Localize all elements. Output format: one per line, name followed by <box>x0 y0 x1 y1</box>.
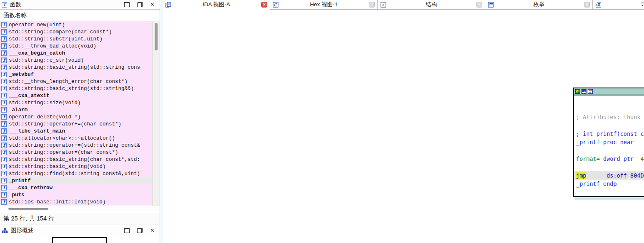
code-line[interactable] <box>574 163 644 171</box>
tab-close-icon[interactable]: ✕ <box>369 2 375 8</box>
tab-close-icon[interactable]: ✕ <box>584 2 590 8</box>
function-list-item[interactable]: foperator new(uint) <box>0 21 152 28</box>
function-icon: f <box>1 72 7 77</box>
function-list-item[interactable]: f___libc_start_main <box>0 128 152 135</box>
function-name: ___libc_start_main <box>9 128 65 134</box>
code-token: format= <box>576 155 600 162</box>
code-token <box>586 172 606 179</box>
close-icon[interactable]: ✕ <box>150 2 155 7</box>
code-token: dword ptr <box>603 155 634 162</box>
functions-dock-column: f 函数 ✕ 函数名称 foperator new(uint)fstd::str… <box>0 0 160 243</box>
graph-overview-canvas[interactable] <box>0 236 160 243</box>
float-window-icon[interactable] <box>137 2 143 7</box>
code-token: jmp <box>576 172 586 179</box>
function-list-item[interactable]: f___cxa_begin_catch <box>0 50 152 57</box>
ida-view-icon <box>165 2 171 8</box>
function-list-item[interactable]: f_puts <box>0 191 152 198</box>
function-list-item[interactable]: f___cxa_rethrow <box>0 184 152 191</box>
function-icon: f <box>1 150 7 155</box>
function-icon: f <box>1 192 7 198</box>
code-line[interactable]: _printf proc near <box>574 138 644 146</box>
code-line[interactable]: ; Attributes: thunk <box>574 113 644 121</box>
function-list-item[interactable]: f___cxa_atexit <box>0 92 152 99</box>
float-window-icon[interactable] <box>137 228 143 233</box>
vertical-scrollbar[interactable] <box>152 21 160 206</box>
code-line[interactable] <box>574 146 644 155</box>
function-name-column-header[interactable]: 函数名称 <box>0 10 160 21</box>
disassembly-listing: ; Attributes: thunk ; int printf(const c… <box>574 95 644 196</box>
function-list-item[interactable]: f_alarm <box>0 106 152 113</box>
code-line[interactable]: jmp ds:off_804D064 <box>574 171 644 180</box>
tab-label: 导入 <box>604 1 644 8</box>
function-name: std::string::compare(char const*) <box>9 29 112 35</box>
function-list-item[interactable]: fstd::ios_base::Init::Init(void) <box>0 198 152 205</box>
code-line[interactable] <box>574 105 644 113</box>
function-list-item[interactable]: fstd::string::compare(char const*) <box>0 28 152 35</box>
graph-node-printf[interactable]: ; Attributes: thunk ; int printf(const c… <box>573 88 644 197</box>
function-list-item[interactable]: fstd::string::basic_string(std::string c… <box>0 64 152 71</box>
code-token: 4 <box>640 155 644 162</box>
function-name: std::string::operator=(char const*) <box>9 150 118 155</box>
function-icon: f <box>1 29 7 35</box>
function-list-item[interactable]: f_setvbuf <box>0 71 152 78</box>
tab-导入[interactable]: 导入✕ <box>593 0 644 9</box>
function-list-item[interactable]: fstd::string::basic_string(std::string&&… <box>0 85 152 92</box>
tab-枚举[interactable]: 枚举✕ <box>485 0 593 9</box>
functions-window-controls: ✕ <box>124 2 156 7</box>
maximize-icon[interactable] <box>124 2 130 7</box>
functions-panel-titlebar[interactable]: f 函数 ✕ <box>0 0 160 10</box>
function-list-item[interactable]: fstd::__throw_length_error(char const*) <box>0 78 152 85</box>
tab-close-icon[interactable]: ✕ <box>476 2 482 8</box>
function-list-item[interactable]: fstd::string::size(void) <box>0 99 152 106</box>
frame-settings-icon[interactable] <box>588 89 593 94</box>
code-line[interactable]: ; int printf(const char *format, ...) <box>574 130 644 138</box>
functions-panel-title: 函数 <box>10 1 122 8</box>
function-icon: f <box>1 65 7 70</box>
horizontal-scrollbar[interactable] <box>0 206 160 212</box>
code-line[interactable]: format= dword ptr 4 <box>574 155 644 163</box>
function-name: operator new(uint) <box>9 22 65 28</box>
imports-icon <box>595 2 601 8</box>
svg-text:A: A <box>382 3 385 7</box>
function-name: operator delete(void *) <box>9 114 81 120</box>
function-list-item[interactable]: fstd::__throw_bad_alloc(void) <box>0 43 152 50</box>
close-icon[interactable]: ✕ <box>150 228 155 233</box>
function-list-item[interactable]: f_printf <box>0 177 152 184</box>
graph-overview-titlebar[interactable]: 图形概述 ✕ <box>0 225 160 236</box>
function-list-item[interactable]: fstd::string::find(std::string const&,ui… <box>0 170 152 177</box>
main-area: IDA 视图-A✕Hex 视图-1✕A结构✕枚举✕导入✕ ; Attribute… <box>163 0 644 243</box>
function-icon: f <box>1 107 7 113</box>
tab-close-icon[interactable]: ✕ <box>261 2 267 8</box>
function-list-item[interactable]: fstd::string::c_str(void) <box>0 57 152 64</box>
maximize-icon[interactable] <box>124 228 130 233</box>
function-name: std::string::basic_string(std::string co… <box>9 65 140 70</box>
tab-结构[interactable]: A结构✕ <box>378 0 485 9</box>
edit-function-icon[interactable] <box>581 89 586 94</box>
code-token: _printf endp <box>576 180 617 187</box>
function-list-item[interactable]: fstd::string::basic_string(void) <box>0 163 152 170</box>
function-list-item[interactable]: fstd::string::substr(uint,uint) <box>0 35 152 43</box>
function-name: std::string::c_str(void) <box>9 58 84 63</box>
function-list-item[interactable]: fstd::string::operator+=(char const*) <box>0 120 152 128</box>
function-name: std::string::basic_string(char const*,st… <box>9 157 140 163</box>
code-line[interactable]: _printf endp <box>574 180 644 188</box>
function-icon: f <box>1 22 7 28</box>
function-name: _alarm <box>9 107 28 113</box>
function-list-item[interactable]: fstd::string::basic_string(char const*,s… <box>0 156 152 163</box>
function-list-item[interactable]: fstd::string::operator+=(std::string con… <box>0 142 152 149</box>
horizontal-scrollbar-thumb[interactable] <box>8 208 48 210</box>
overview-viewport-rect[interactable] <box>52 237 107 243</box>
code-line[interactable] <box>574 188 644 196</box>
code-line[interactable] <box>574 96 644 105</box>
tab-IDA 视图-A[interactable]: IDA 视图-A✕ <box>163 0 270 10</box>
graph-node-titlebar[interactable] <box>574 88 644 95</box>
function-list-item[interactable]: foperator delete(void *) <box>0 113 152 120</box>
function-list-item[interactable]: fstd::string::operator=(char const*) <box>0 149 152 156</box>
code-line[interactable] <box>574 121 644 130</box>
function-icon: f <box>1 114 7 120</box>
tab-Hex 视图-1[interactable]: Hex 视图-1✕ <box>270 0 378 9</box>
vertical-scrollbar-thumb[interactable] <box>155 23 158 50</box>
node-color-palette-icon[interactable] <box>575 89 580 94</box>
function-icon: f <box>1 36 7 42</box>
function-list-item[interactable]: fstd::allocator<char>::~allocator() <box>0 135 152 142</box>
